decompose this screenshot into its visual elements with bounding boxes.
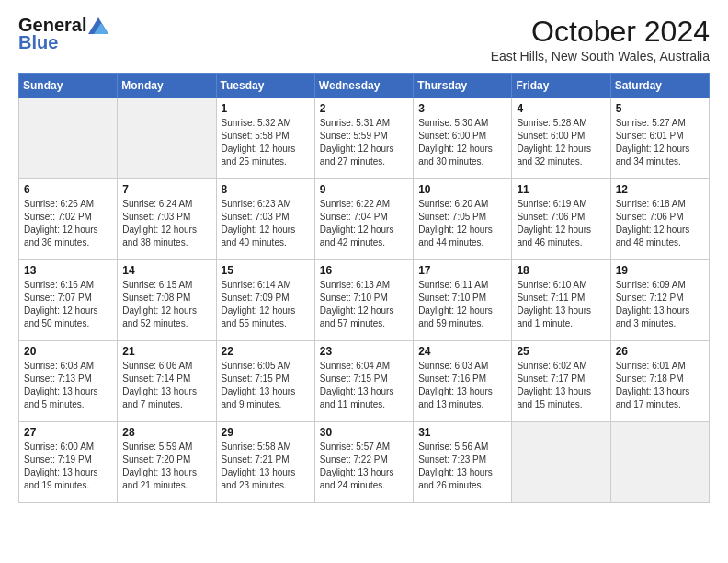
day-info: Sunrise: 5:32 AM Sunset: 5:58 PM Dayligh… bbox=[222, 117, 310, 168]
day-info: Sunrise: 6:20 AM Sunset: 7:05 PM Dayligh… bbox=[418, 198, 506, 249]
calendar-cell: 4Sunrise: 5:28 AM Sunset: 6:00 PM Daylig… bbox=[512, 98, 610, 179]
day-info: Sunrise: 6:18 AM Sunset: 7:06 PM Dayligh… bbox=[616, 198, 704, 249]
calendar-cell: 10Sunrise: 6:20 AM Sunset: 7:05 PM Dayli… bbox=[414, 179, 512, 260]
day-info: Sunrise: 6:10 AM Sunset: 7:11 PM Dayligh… bbox=[517, 279, 605, 330]
calendar-cell: 15Sunrise: 6:14 AM Sunset: 7:09 PM Dayli… bbox=[216, 260, 314, 341]
day-info: Sunrise: 6:23 AM Sunset: 7:03 PM Dayligh… bbox=[222, 198, 310, 249]
day-info: Sunrise: 5:57 AM Sunset: 7:22 PM Dayligh… bbox=[320, 441, 408, 492]
day-info: Sunrise: 6:05 AM Sunset: 7:15 PM Dayligh… bbox=[222, 360, 310, 411]
day-info: Sunrise: 6:16 AM Sunset: 7:07 PM Dayligh… bbox=[24, 279, 112, 330]
day-info: Sunrise: 6:01 AM Sunset: 7:18 PM Dayligh… bbox=[616, 360, 704, 411]
day-number: 10 bbox=[418, 183, 506, 196]
day-number: 26 bbox=[616, 345, 704, 358]
calendar-cell: 8Sunrise: 6:23 AM Sunset: 7:03 PM Daylig… bbox=[216, 179, 314, 260]
day-number: 27 bbox=[24, 426, 112, 439]
day-header-tuesday: Tuesday bbox=[216, 74, 314, 98]
week-row-2: 6Sunrise: 6:26 AM Sunset: 7:02 PM Daylig… bbox=[19, 179, 710, 260]
calendar-cell bbox=[118, 98, 216, 179]
week-row-1: 1Sunrise: 5:32 AM Sunset: 5:58 PM Daylig… bbox=[19, 98, 710, 179]
logo-icon bbox=[88, 17, 108, 34]
calendar-header-row: SundayMondayTuesdayWednesdayThursdayFrid… bbox=[19, 74, 710, 98]
day-number: 23 bbox=[320, 345, 408, 358]
logo-blue: Blue bbox=[18, 32, 58, 53]
day-info: Sunrise: 6:24 AM Sunset: 7:03 PM Dayligh… bbox=[122, 198, 210, 249]
calendar-cell: 18Sunrise: 6:10 AM Sunset: 7:11 PM Dayli… bbox=[512, 260, 610, 341]
calendar-cell: 17Sunrise: 6:11 AM Sunset: 7:10 PM Dayli… bbox=[414, 260, 512, 341]
calendar-cell: 30Sunrise: 5:57 AM Sunset: 7:22 PM Dayli… bbox=[314, 422, 413, 503]
week-row-4: 20Sunrise: 6:08 AM Sunset: 7:13 PM Dayli… bbox=[19, 341, 710, 422]
day-info: Sunrise: 5:59 AM Sunset: 7:20 PM Dayligh… bbox=[122, 441, 210, 492]
calendar-cell bbox=[610, 422, 709, 503]
calendar-cell: 21Sunrise: 6:06 AM Sunset: 7:14 PM Dayli… bbox=[118, 341, 216, 422]
day-number: 20 bbox=[24, 345, 112, 358]
day-number: 25 bbox=[517, 345, 605, 358]
day-info: Sunrise: 6:19 AM Sunset: 7:06 PM Dayligh… bbox=[517, 198, 605, 249]
day-info: Sunrise: 5:27 AM Sunset: 6:01 PM Dayligh… bbox=[616, 117, 704, 168]
day-header-friday: Friday bbox=[512, 74, 610, 98]
calendar-cell: 12Sunrise: 6:18 AM Sunset: 7:06 PM Dayli… bbox=[610, 179, 709, 260]
day-info: Sunrise: 6:14 AM Sunset: 7:09 PM Dayligh… bbox=[222, 279, 310, 330]
calendar-cell: 11Sunrise: 6:19 AM Sunset: 7:06 PM Dayli… bbox=[512, 179, 610, 260]
day-header-sunday: Sunday bbox=[19, 74, 118, 98]
calendar-cell: 25Sunrise: 6:02 AM Sunset: 7:17 PM Dayli… bbox=[512, 341, 610, 422]
day-number: 24 bbox=[418, 345, 506, 358]
day-info: Sunrise: 6:02 AM Sunset: 7:17 PM Dayligh… bbox=[517, 360, 605, 411]
day-header-wednesday: Wednesday bbox=[314, 74, 413, 98]
calendar-cell: 27Sunrise: 6:00 AM Sunset: 7:19 PM Dayli… bbox=[19, 422, 118, 503]
month-title: October 2024 bbox=[491, 15, 710, 49]
calendar-cell: 6Sunrise: 6:26 AM Sunset: 7:02 PM Daylig… bbox=[19, 179, 118, 260]
day-info: Sunrise: 5:58 AM Sunset: 7:21 PM Dayligh… bbox=[222, 441, 310, 492]
day-info: Sunrise: 6:04 AM Sunset: 7:15 PM Dayligh… bbox=[320, 360, 408, 411]
calendar-cell: 29Sunrise: 5:58 AM Sunset: 7:21 PM Dayli… bbox=[216, 422, 314, 503]
day-number: 22 bbox=[222, 345, 310, 358]
day-number: 12 bbox=[616, 183, 704, 196]
logo: General Blue bbox=[18, 15, 108, 53]
day-info: Sunrise: 5:31 AM Sunset: 5:59 PM Dayligh… bbox=[320, 117, 408, 168]
day-info: Sunrise: 6:09 AM Sunset: 7:12 PM Dayligh… bbox=[616, 279, 704, 330]
calendar-cell: 31Sunrise: 5:56 AM Sunset: 7:23 PM Dayli… bbox=[414, 422, 512, 503]
day-info: Sunrise: 5:28 AM Sunset: 6:00 PM Dayligh… bbox=[517, 117, 605, 168]
calendar-cell: 19Sunrise: 6:09 AM Sunset: 7:12 PM Dayli… bbox=[610, 260, 709, 341]
day-number: 1 bbox=[222, 102, 310, 115]
day-number: 7 bbox=[122, 183, 210, 196]
day-number: 17 bbox=[418, 264, 506, 277]
day-info: Sunrise: 5:56 AM Sunset: 7:23 PM Dayligh… bbox=[418, 441, 506, 492]
day-number: 31 bbox=[418, 426, 506, 439]
day-number: 6 bbox=[24, 183, 112, 196]
day-header-monday: Monday bbox=[118, 74, 216, 98]
calendar-cell: 24Sunrise: 6:03 AM Sunset: 7:16 PM Dayli… bbox=[414, 341, 512, 422]
day-number: 28 bbox=[122, 426, 210, 439]
page-header: General Blue October 2024 East Hills, Ne… bbox=[18, 15, 710, 63]
day-number: 30 bbox=[320, 426, 408, 439]
calendar-cell: 28Sunrise: 5:59 AM Sunset: 7:20 PM Dayli… bbox=[118, 422, 216, 503]
calendar-cell: 13Sunrise: 6:16 AM Sunset: 7:07 PM Dayli… bbox=[19, 260, 118, 341]
day-number: 2 bbox=[320, 102, 408, 115]
day-number: 29 bbox=[222, 426, 310, 439]
day-info: Sunrise: 6:13 AM Sunset: 7:10 PM Dayligh… bbox=[320, 279, 408, 330]
day-number: 21 bbox=[122, 345, 210, 358]
calendar-cell: 5Sunrise: 5:27 AM Sunset: 6:01 PM Daylig… bbox=[610, 98, 709, 179]
day-header-thursday: Thursday bbox=[414, 74, 512, 98]
calendar-table: SundayMondayTuesdayWednesdayThursdayFrid… bbox=[18, 73, 710, 503]
day-info: Sunrise: 6:22 AM Sunset: 7:04 PM Dayligh… bbox=[320, 198, 408, 249]
calendar-cell: 9Sunrise: 6:22 AM Sunset: 7:04 PM Daylig… bbox=[314, 179, 413, 260]
day-info: Sunrise: 6:26 AM Sunset: 7:02 PM Dayligh… bbox=[24, 198, 112, 249]
calendar-cell: 2Sunrise: 5:31 AM Sunset: 5:59 PM Daylig… bbox=[314, 98, 413, 179]
week-row-5: 27Sunrise: 6:00 AM Sunset: 7:19 PM Dayli… bbox=[19, 422, 710, 503]
calendar-cell: 16Sunrise: 6:13 AM Sunset: 7:10 PM Dayli… bbox=[314, 260, 413, 341]
title-block: October 2024 East Hills, New South Wales… bbox=[491, 15, 710, 63]
day-number: 5 bbox=[616, 102, 704, 115]
day-number: 8 bbox=[222, 183, 310, 196]
day-number: 11 bbox=[517, 183, 605, 196]
day-info: Sunrise: 6:08 AM Sunset: 7:13 PM Dayligh… bbox=[24, 360, 112, 411]
calendar-cell bbox=[512, 422, 610, 503]
day-number: 15 bbox=[222, 264, 310, 277]
location-subtitle: East Hills, New South Wales, Australia bbox=[491, 49, 710, 63]
calendar-cell bbox=[19, 98, 118, 179]
day-number: 19 bbox=[616, 264, 704, 277]
calendar-cell: 26Sunrise: 6:01 AM Sunset: 7:18 PM Dayli… bbox=[610, 341, 709, 422]
day-number: 9 bbox=[320, 183, 408, 196]
week-row-3: 13Sunrise: 6:16 AM Sunset: 7:07 PM Dayli… bbox=[19, 260, 710, 341]
day-number: 3 bbox=[418, 102, 506, 115]
calendar-cell: 22Sunrise: 6:05 AM Sunset: 7:15 PM Dayli… bbox=[216, 341, 314, 422]
